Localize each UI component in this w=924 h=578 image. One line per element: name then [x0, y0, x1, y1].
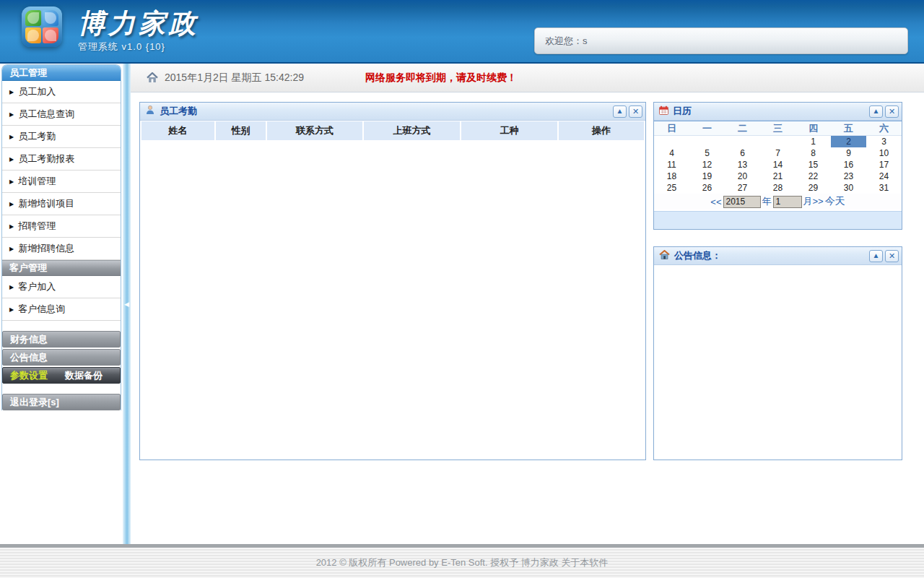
calendar-day-selected[interactable]: 2: [831, 136, 866, 147]
top-header: 博力家政 管理系统 v1.0 {10} 欢迎您：s: [0, 0, 924, 64]
logo-quadrant-red: [43, 27, 58, 43]
sidebar-section-customer[interactable]: 客户管理: [2, 260, 121, 276]
calendar-day[interactable]: 8: [796, 147, 831, 159]
sidebar-menu-item[interactable]: ▶新增培训项目: [2, 193, 121, 215]
calendar-day[interactable]: 26: [689, 182, 725, 194]
calendar-weekday-label: 三: [760, 122, 796, 135]
calendar-day[interactable]: 19: [689, 171, 725, 182]
calendar-day-empty: [760, 136, 796, 147]
calendar-day[interactable]: 17: [866, 159, 902, 171]
calendar-day[interactable]: 27: [725, 182, 760, 194]
sidebar-menu-item-label: 招聘管理: [18, 220, 56, 233]
sidebar-menu-item-label: 新增招聘信息: [18, 242, 74, 255]
content-area: 员工考勤 ▲ ✕ 姓名性别联系方式上班方式工种操作: [131, 92, 924, 544]
calendar-week-row: 123: [654, 136, 902, 147]
calendar-day[interactable]: 14: [760, 159, 796, 171]
calendar-day[interactable]: 6: [725, 147, 760, 159]
calendar-weekday-label: 五: [831, 122, 866, 135]
sidebar-menu-item[interactable]: ▶员工考勤报表: [2, 148, 121, 171]
calendar-weekday-label: 一: [689, 122, 725, 135]
calendar-day[interactable]: 29: [796, 182, 831, 194]
logout-button-label: 退出登录[s]: [10, 396, 59, 409]
calendar-day[interactable]: 25: [654, 182, 689, 194]
sidebar-menu-item[interactable]: ▶客户加入: [2, 276, 121, 298]
arrow-bullet-icon: ▶: [9, 201, 14, 207]
notice-close-button[interactable]: ✕: [885, 250, 899, 262]
copyright-text: 2012 © 版权所有 Powered by E-Ten Soft. 授权予 博…: [316, 556, 609, 569]
calendar-weekday-label: 二: [725, 122, 760, 135]
calendar-day[interactable]: 7: [760, 147, 796, 159]
sidebar-section-employee-label: 员工管理: [9, 66, 47, 79]
calendar-day[interactable]: 24: [866, 171, 902, 182]
calendar-day[interactable]: 10: [866, 147, 902, 159]
calendar-day[interactable]: 18: [654, 171, 689, 182]
sidebar-splitter[interactable]: ◀: [123, 64, 131, 544]
calendar-grid: 1234567891011121314151617181920212223242…: [654, 136, 902, 194]
sidebar-menu-item-label: 客户信息询: [18, 303, 65, 316]
data-backup-link[interactable]: 数据备份: [65, 369, 103, 382]
params-settings-link[interactable]: 参数设置: [10, 369, 48, 382]
sidebar-menu-item[interactable]: ▶员工考勤: [2, 126, 121, 148]
calendar-day[interactable]: 22: [796, 171, 831, 182]
attendance-column-header: 性别: [216, 121, 266, 140]
sidebar: 员工管理 ▶员工加入▶员工信息查询▶员工考勤▶员工考勤报表▶培训管理▶新增培训项…: [0, 64, 123, 544]
calendar-close-button[interactable]: ✕: [885, 105, 899, 118]
calendar-day[interactable]: 15: [796, 159, 831, 171]
notice-collapse-button[interactable]: ▲: [869, 250, 883, 262]
arrow-bullet-icon: ▶: [9, 246, 14, 252]
calendar-weekday-label: 四: [796, 122, 831, 135]
calendar-month-input[interactable]: [773, 196, 802, 208]
attendance-collapse-button[interactable]: ▲: [613, 105, 627, 118]
attendance-column-header: 操作: [559, 121, 644, 140]
calendar-day[interactable]: 20: [725, 171, 760, 182]
calendar-panel: 日历 ▲ ✕ 日一二三四五六 1234567891011121314151617…: [653, 102, 902, 230]
sidebar-notice-bar[interactable]: 公告信息: [2, 349, 121, 366]
arrow-bullet-icon: ▶: [9, 156, 14, 163]
app-window: 博力家政 管理系统 v1.0 {10} 欢迎您：s 员工管理 ▶员工加入▶员工信…: [0, 0, 924, 578]
middle-row: 员工管理 ▶员工加入▶员工信息查询▶员工考勤▶员工考勤报表▶培训管理▶新增培训项…: [0, 64, 924, 544]
calendar-day[interactable]: 31: [866, 182, 902, 194]
calendar-prev-year-link[interactable]: <<: [710, 197, 721, 207]
calendar-day[interactable]: 1: [796, 136, 831, 147]
sidebar-menu-item-label: 员工考勤: [18, 130, 56, 143]
sidebar-finance-bar[interactable]: 财务信息: [2, 331, 121, 348]
notice-panel-body: [654, 265, 902, 460]
calendar-day[interactable]: 12: [689, 159, 725, 171]
sidebar-spacer: [2, 321, 121, 329]
attendance-close-button[interactable]: ✕: [629, 105, 642, 118]
calendar-year-input[interactable]: [723, 196, 761, 208]
sidebar-menu-item[interactable]: ▶培训管理: [2, 171, 121, 193]
page-footer: 2012 © 版权所有 Powered by E-Ten Soft. 授权予 博…: [0, 544, 924, 578]
sidebar-section-employee[interactable]: 员工管理: [2, 65, 121, 81]
calendar-day[interactable]: 16: [831, 159, 866, 171]
calendar-day[interactable]: 9: [831, 147, 866, 159]
calendar-day[interactable]: 11: [654, 159, 689, 171]
sidebar-menu-box: 员工管理 ▶员工加入▶员工信息查询▶员工考勤▶员工考勤报表▶培训管理▶新增培训项…: [1, 64, 121, 410]
sidebar-menu-item[interactable]: ▶新增招聘信息: [2, 238, 121, 260]
calendar-day[interactable]: 5: [689, 147, 725, 159]
attendance-column-header: 姓名: [141, 121, 214, 140]
logout-button[interactable]: 退出登录[s]: [2, 394, 121, 410]
calendar-day[interactable]: 23: [831, 171, 866, 182]
calendar-week-row: 11121314151617: [654, 159, 902, 171]
calendar-day[interactable]: 3: [866, 136, 902, 147]
sidebar-menu-item[interactable]: ▶员工信息查询: [2, 103, 121, 126]
calendar-day[interactable]: 30: [831, 182, 866, 194]
sidebar-menu-item[interactable]: ▶招聘管理: [2, 215, 121, 238]
calendar-collapse-button[interactable]: ▲: [869, 105, 883, 118]
sidebar-menu-item[interactable]: ▶员工加入: [2, 81, 121, 103]
calendar-day[interactable]: 13: [725, 159, 760, 171]
house-icon: [659, 249, 670, 262]
attendance-panel-header: 员工考勤 ▲ ✕: [140, 103, 645, 121]
brand-text: 博力家政 管理系统 v1.0 {10}: [78, 9, 199, 53]
calendar-day[interactable]: 4: [654, 147, 689, 159]
calendar-day[interactable]: 21: [760, 171, 796, 182]
person-icon: [145, 105, 155, 118]
calendar-day[interactable]: 28: [760, 182, 796, 194]
calendar-next-month-link[interactable]: 月>>: [803, 195, 824, 208]
calendar-week-row: 25262728293031: [654, 182, 902, 194]
sidebar-menu-item[interactable]: ▶客户信息询: [2, 298, 121, 321]
calendar-weekday-label: 日: [654, 122, 689, 135]
calendar-today-link[interactable]: 今天: [825, 195, 845, 208]
calendar-weekday-label: 六: [866, 122, 902, 135]
